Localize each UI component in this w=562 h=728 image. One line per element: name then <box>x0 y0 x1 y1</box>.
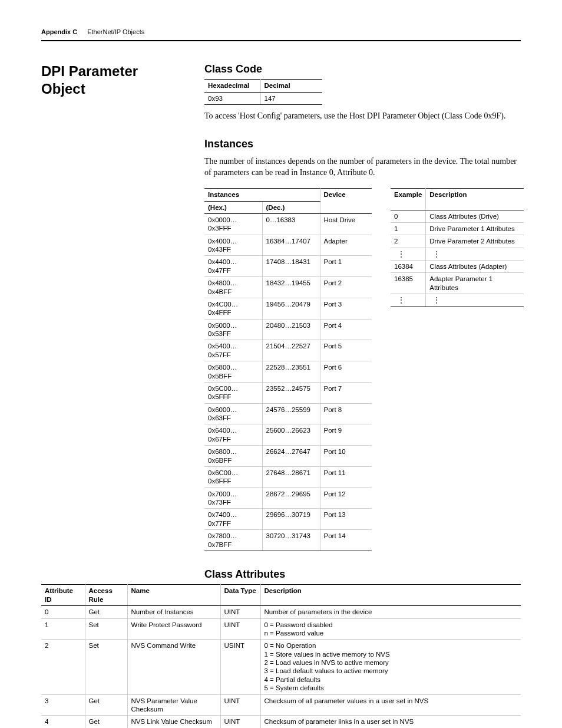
cell-dec: 24576…25599 <box>262 403 320 424</box>
cell-device: Port 10 <box>320 446 372 467</box>
chapter-label: EtherNet/IP Objects <box>87 28 144 35</box>
cell-device: Port 6 <box>320 361 372 383</box>
cell-dec: 25600…26623 <box>262 424 320 446</box>
cell-attr-id: 3 <box>41 694 85 716</box>
cell-access-rule: Get <box>85 606 127 618</box>
cell-data-type: UINT <box>220 694 260 716</box>
cell-hex: 0x6000…0x63FF <box>204 403 262 424</box>
table-row: 0x6800…0x6BFF26624…27647Port 10 <box>204 446 372 467</box>
class-code-heading: Class Code <box>204 62 524 76</box>
th-hex-sub: (Hex.) <box>204 201 262 213</box>
cell-hex: 0x5800…0x5BFF <box>204 361 262 383</box>
cell-device: Port 1 <box>320 256 372 277</box>
cell-device: Port 11 <box>320 466 372 487</box>
cell-hex: 0x7000…0x73FF <box>204 487 262 509</box>
cell-desc: Adapter Parameter 1 Attributes <box>426 273 524 294</box>
cell-desc: Drive Parameter 1 Attributes <box>426 222 524 235</box>
cell-device: Port 8 <box>320 403 372 424</box>
cell-example: 16384 <box>391 261 426 273</box>
cell-desc: ⋮ <box>426 248 524 260</box>
cell-hex: 0x7800…0x7BFF <box>204 530 262 551</box>
cell-desc: ⋮ <box>426 294 524 307</box>
cell-attr-id: 4 <box>41 716 85 728</box>
table-row: 0x4000…0x43FF16384…17407Adapter <box>204 235 372 256</box>
desc-line: 3 = Load default values to active memory <box>265 667 518 675</box>
cell-description: Number of parameters in the device <box>260 606 521 618</box>
cell-data-type: UINT <box>220 606 260 618</box>
table-row: 0x7400…0x77FF29696…30719Port 13 <box>204 509 372 530</box>
cell-hex: 0x6800…0x6BFF <box>204 446 262 467</box>
table-row: 16385Adapter Parameter 1 Attributes <box>391 273 524 294</box>
cell-dec: 17408…18431 <box>262 256 320 277</box>
appendix-label: Appendix C <box>41 28 77 35</box>
cell-device: Port 14 <box>320 530 372 551</box>
table-row: 1Drive Parameter 1 Attributes <box>391 222 524 235</box>
cell-access-rule: Set <box>85 618 127 640</box>
section-title: DPI Parameter Object <box>41 62 186 98</box>
th-access-rule: Access Rule <box>85 585 127 606</box>
cell-attr-id: 2 <box>41 640 85 694</box>
th-example-desc: Description <box>426 189 524 210</box>
cell-example: 2 <box>391 235 426 248</box>
cell-example: 16385 <box>391 273 426 294</box>
cell-description: 0 = No Operation1 = Store values in acti… <box>260 640 521 694</box>
th-example: Example <box>391 189 426 210</box>
cell-name: Number of Instances <box>127 606 220 618</box>
cell-name: NVS Parameter Value Checksum <box>127 694 220 716</box>
cell-dec: 19456…20479 <box>262 298 320 319</box>
cell-dec: 16384…17407 <box>262 235 320 256</box>
cell-hex: 0x4C00…0x4FFF <box>204 298 262 319</box>
top-block: DPI Parameter Object Class Code Hexadeci… <box>41 62 521 551</box>
table-row: 0x5800…0x5BFF22528…23551Port 6 <box>204 361 372 383</box>
table-row: 2SetNVS Command WriteUSINT0 = No Operati… <box>41 640 521 694</box>
cell-hex: 0x4800…0x4BFF <box>204 277 262 298</box>
table-row: ⋮⋮ <box>391 248 524 260</box>
cell-dec: 0…16383 <box>262 213 320 235</box>
table-row: 0x6400…0x67FF25600…26623Port 9 <box>204 424 372 446</box>
table-row: 0x6C00…0x6FFF27648…28671Port 11 <box>204 466 372 487</box>
desc-line: 0 = No Operation <box>265 641 518 650</box>
table-row: 0x6000…0x63FF24576…25599Port 8 <box>204 403 372 424</box>
desc-line: n = Password value <box>265 629 518 637</box>
table-row: 1SetWrite Protect PasswordUINT0 = Passwo… <box>41 618 521 640</box>
cell-name: Write Protect Password <box>127 618 220 640</box>
table-row: 0x7800…0x7BFF30720…31743Port 14 <box>204 530 372 551</box>
class-attributes-table: Attribute ID Access Rule Name Data Type … <box>41 584 521 728</box>
cell-hex: 0x6C00…0x6FFF <box>204 466 262 487</box>
cell-description: 0 = Password disabledn = Password value <box>260 618 521 640</box>
cell-device: Adapter <box>320 235 372 256</box>
cell-hex: 0x4000…0x43FF <box>204 235 262 256</box>
cell-device: Port 12 <box>320 487 372 509</box>
cell-device: Host Drive <box>320 213 372 235</box>
cell-device: Port 3 <box>320 298 372 319</box>
desc-line: Checksum of parameter links in a user se… <box>265 717 518 726</box>
cell-hex: 0x5000…0x53FF <box>204 319 262 340</box>
running-header: Appendix C EtherNet/IP Objects <box>41 28 521 37</box>
th-name: Name <box>127 585 220 606</box>
cell-dec: 18432…19455 <box>262 277 320 298</box>
table-row: 0x5400…0x57FF21504…22527Port 5 <box>204 340 372 361</box>
th-dec: Decimal <box>260 80 322 92</box>
desc-line: 0 = Password disabled <box>265 621 518 629</box>
table-row: 0x4C00…0x4FFF19456…20479Port 3 <box>204 298 372 319</box>
th-hex: Hexadecimal <box>204 80 260 92</box>
cell-name: NVS Link Value Checksum <box>127 716 220 728</box>
table-row: ⋮⋮ <box>391 294 524 307</box>
table-row: 0x0000…0x3FFF0…16383Host Drive <box>204 213 372 235</box>
cell-example: 1 <box>391 222 426 235</box>
cell-dec: 29696…30719 <box>262 509 320 530</box>
cell-data-type: UINT <box>220 716 260 728</box>
cell-data-type: USINT <box>220 640 260 694</box>
desc-line: 5 = System defaults <box>265 684 518 692</box>
cell-device: Port 13 <box>320 509 372 530</box>
cell-desc: Drive Parameter 2 Attributes <box>426 235 524 248</box>
cell-dec: 147 <box>260 92 322 104</box>
cell-name: NVS Command Write <box>127 640 220 694</box>
cell-attr-id: 0 <box>41 606 85 618</box>
cell-example: ⋮ <box>391 248 426 260</box>
cell-hex: 0x93 <box>204 92 260 104</box>
cell-example: 0 <box>391 210 426 222</box>
th-description: Description <box>260 585 521 606</box>
cell-description: Checksum of parameter links in a user se… <box>260 716 521 728</box>
desc-line: 2 = Load values in NVS to active memory <box>265 658 518 667</box>
